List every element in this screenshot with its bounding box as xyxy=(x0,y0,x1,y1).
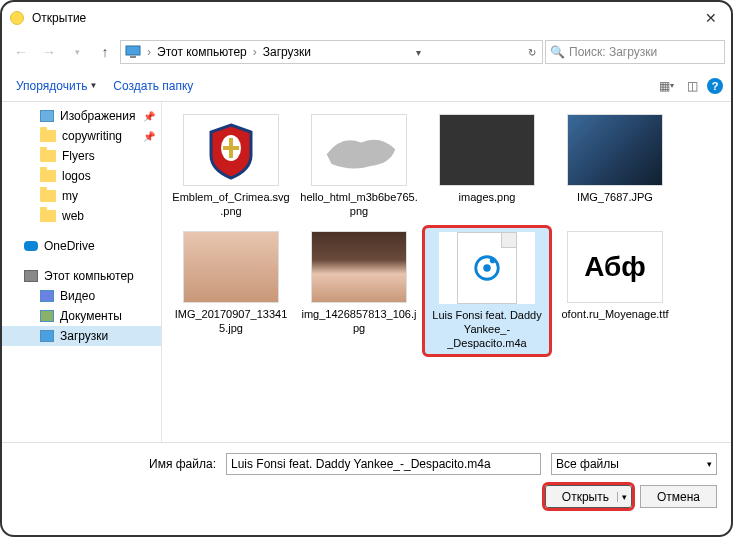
refresh-icon[interactable]: ↻ xyxy=(526,47,538,58)
file-item-selected[interactable]: Luis Fonsi feat. Daddy Yankee_-_Despacit… xyxy=(424,227,550,356)
file-item[interactable]: hello_html_m3b6be765.png xyxy=(296,110,422,223)
pc-icon xyxy=(125,44,141,60)
folder-icon xyxy=(40,190,56,202)
file-thumbnail xyxy=(311,231,407,303)
file-name: IMG_7687.JPG xyxy=(577,190,653,204)
tree-item-my[interactable]: my xyxy=(2,186,161,206)
file-name: Emblem_of_Crimea.svg.png xyxy=(172,190,290,219)
help-icon[interactable]: ? xyxy=(707,78,723,94)
view-options-icon[interactable]: ▦▾ xyxy=(655,75,677,97)
file-thumbnail: Абф xyxy=(567,231,663,303)
tree-item-downloads[interactable]: Загрузки xyxy=(2,326,161,346)
search-icon: 🔍 xyxy=(550,45,565,59)
svg-point-5 xyxy=(490,257,496,263)
file-name: IMG_20170907_133415.jpg xyxy=(172,307,290,336)
tree-item-images[interactable]: Изображения📌 xyxy=(2,106,161,126)
address-dropdown-icon[interactable]: ▾ xyxy=(414,47,423,58)
file-item[interactable]: Emblem_of_Crimea.svg.png xyxy=(168,110,294,223)
search-placeholder: Поиск: Загрузки xyxy=(569,45,657,59)
open-button[interactable]: Открыть xyxy=(545,485,632,508)
folder-icon xyxy=(40,170,56,182)
tree-item-video[interactable]: Видео xyxy=(2,286,161,306)
file-name: ofont.ru_Moyenage.ttf xyxy=(561,307,668,321)
file-thumbnail xyxy=(183,231,279,303)
audio-icon xyxy=(472,253,502,283)
documents-icon xyxy=(40,310,54,322)
svg-point-4 xyxy=(483,264,491,272)
tree-item-documents[interactable]: Документы xyxy=(2,306,161,326)
tree-item-web[interactable]: web xyxy=(2,206,161,226)
pin-icon: 📌 xyxy=(143,131,155,142)
filename-label: Имя файла: xyxy=(16,457,216,471)
video-icon xyxy=(40,290,54,302)
file-type-filter[interactable]: Все файлы▾ xyxy=(551,453,717,475)
recent-dropdown-icon[interactable]: ▾ xyxy=(64,39,90,65)
chevron-down-icon: ▾ xyxy=(707,459,712,469)
new-folder-button[interactable]: Создать папку xyxy=(107,75,199,97)
tree-item-thispc[interactable]: Этот компьютер xyxy=(2,266,161,286)
tree-item-copywriting[interactable]: copywriting📌 xyxy=(2,126,161,146)
preview-pane-icon[interactable]: ◫ xyxy=(681,75,703,97)
pc-icon xyxy=(24,270,38,282)
file-item[interactable]: img_1426857813_106.jpg xyxy=(296,227,422,356)
pin-icon: 📌 xyxy=(143,111,155,122)
folder-icon xyxy=(40,130,56,142)
chevron-right-icon: › xyxy=(251,45,259,59)
filename-input[interactable] xyxy=(226,453,541,475)
file-item[interactable]: images.png xyxy=(424,110,550,223)
svg-rect-1 xyxy=(130,56,136,58)
file-name: img_1426857813_106.jpg xyxy=(300,307,418,336)
file-item[interactable]: IMG_20170907_133415.jpg xyxy=(168,227,294,356)
forward-button[interactable]: → xyxy=(36,39,62,65)
up-button[interactable]: ↑ xyxy=(92,39,118,65)
search-input[interactable]: 🔍 Поиск: Загрузки xyxy=(545,40,725,64)
window-title: Открытие xyxy=(32,11,86,25)
file-thumbnail xyxy=(567,114,663,186)
pictures-icon xyxy=(40,110,54,122)
svg-rect-0 xyxy=(126,46,140,55)
onedrive-icon xyxy=(24,241,38,251)
file-name: hello_html_m3b6be765.png xyxy=(300,190,418,219)
file-item[interactable]: Абф ofont.ru_Moyenage.ttf xyxy=(552,227,678,356)
chevron-down-icon: ▼ xyxy=(89,81,97,90)
address-bar[interactable]: › Этот компьютер › Загрузки ▾ ↻ xyxy=(120,40,543,64)
back-button[interactable]: ← xyxy=(8,39,34,65)
yandex-icon xyxy=(10,11,24,25)
chevron-right-icon: › xyxy=(145,45,153,59)
file-thumbnail xyxy=(439,232,535,304)
file-thumbnail xyxy=(439,114,535,186)
file-thumbnail xyxy=(183,114,279,186)
navigation-tree: Изображения📌 copywriting📌 Flyers logos m… xyxy=(2,102,162,442)
file-name: images.png xyxy=(459,190,516,204)
tree-item-logos[interactable]: logos xyxy=(2,166,161,186)
file-list: Emblem_of_Crimea.svg.png hello_html_m3b6… xyxy=(162,102,731,442)
tree-item-onedrive[interactable]: OneDrive xyxy=(2,236,161,256)
tree-item-flyers[interactable]: Flyers xyxy=(2,146,161,166)
organize-button[interactable]: Упорядочить ▼ xyxy=(10,75,103,97)
folder-icon xyxy=(40,150,56,162)
close-icon[interactable]: ✕ xyxy=(699,10,723,26)
breadcrumb-folder[interactable]: Загрузки xyxy=(263,45,311,59)
file-item[interactable]: IMG_7687.JPG xyxy=(552,110,678,223)
cancel-button[interactable]: Отмена xyxy=(640,485,717,508)
file-thumbnail xyxy=(311,114,407,186)
folder-icon xyxy=(40,210,56,222)
file-name: Luis Fonsi feat. Daddy Yankee_-_Despacit… xyxy=(429,308,545,351)
breadcrumb-root[interactable]: Этот компьютер xyxy=(157,45,247,59)
downloads-icon xyxy=(40,330,54,342)
